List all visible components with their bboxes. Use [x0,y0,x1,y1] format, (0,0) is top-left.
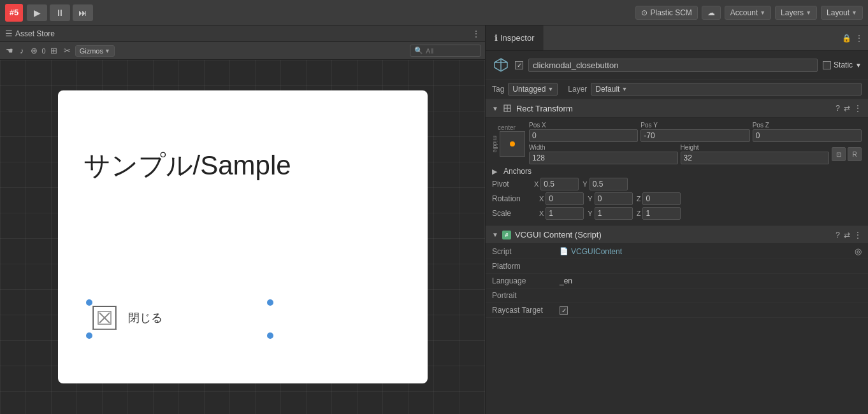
plastic-icon: ⊙ [641,8,647,17]
rect-transform-title: Rect Transform [516,104,832,113]
rot-z-input[interactable] [642,192,681,205]
script-link[interactable]: VCGUIContent [571,247,622,256]
scale-label: Scale [492,209,537,218]
tools-icon[interactable]: ✂ [62,46,73,55]
vcgui-help-icon[interactable]: ? [835,231,840,239]
scale-z-input[interactable] [642,207,681,220]
pos-z-label: Pos Z [753,122,862,129]
plastic-scm-button[interactable]: ⊙ Plastic SCM [635,6,697,20]
hand-icon[interactable]: ☚ [4,46,15,55]
play-button[interactable]: ▶ [27,4,47,21]
tag-chevron-icon: ▼ [547,86,553,92]
tag-dropdown[interactable]: Untagged ▼ [508,83,558,96]
language-row: Language _en [486,274,868,289]
scene-search[interactable]: 🔍 [410,45,481,57]
layer-dropdown[interactable]: Default ▼ [591,83,862,96]
constrain-btn[interactable]: ⊡ [832,147,846,161]
layer-chevron-icon: ▼ [621,86,627,92]
pos-y-label: Pos Y [640,122,749,129]
scale-x-input[interactable] [546,207,584,220]
raycast-label: Raycast Target [492,306,556,315]
width-input[interactable] [529,152,678,164]
height-label: Height [681,144,830,151]
account-label: Account [730,8,758,17]
reset-btn[interactable]: R [848,147,862,161]
rot-y-field: Y [588,192,632,205]
rot-y-input[interactable] [595,192,633,205]
pos-y-input[interactable] [640,129,749,142]
scale-z-field: Z [637,207,681,220]
target-icon[interactable]: ◎ [855,246,862,256]
rot-z-label: Z [637,195,641,203]
cloud-button[interactable]: ☁ [702,6,721,20]
pos-fields-group: Pos X Pos Y Pos Z [529,122,862,164]
rect-settings-icon[interactable]: ⇄ [844,104,850,113]
x-icon [98,311,112,325]
vcgui-arrow-icon: ▼ [492,231,498,238]
account-dropdown[interactable]: Account ▼ [725,6,771,20]
width-label: Width [529,144,678,151]
pos-z-input[interactable] [753,129,862,142]
scene-toolbar: ☚ ♪ ⊕ 0 ⊞ ✂ Gizmos ▼ 🔍 [0,42,485,60]
static-dropdown-icon[interactable]: ▼ [855,62,862,69]
inspector-menu-icon[interactable]: ⋮ [855,34,863,43]
rect-transform-actions: ? ⇄ ⋮ [835,104,862,113]
center-label: center [498,124,516,131]
step-button[interactable]: ⏭ [73,4,93,21]
asset-store-label: Asset Store [15,29,55,38]
rect-help-icon[interactable]: ? [835,104,840,113]
pivot-x-label: X [534,180,539,188]
vcgui-settings-icon[interactable]: ⇄ [844,231,850,239]
grid-icon[interactable]: ⊞ [48,46,59,55]
portrait-row: Portrait [486,289,868,303]
scale-y-label: Y [588,210,592,217]
vcgui-menu-icon[interactable]: ⋮ [854,231,862,239]
asset-store-menu-icon[interactable]: ⋮ [472,29,480,38]
platform-row: Platform [486,259,868,274]
pivot-fields: X Y [534,178,628,190]
static-checkbox[interactable] [823,61,831,69]
layers-chevron-icon: ▼ [806,10,811,16]
language-value: _en [560,276,572,285]
anchors-row: ▶ Anchors [492,167,862,176]
pivot-label: Pivot [492,180,530,189]
gizmos-dropdown[interactable]: Gizmos ▼ [75,45,115,57]
info-icon: ℹ [495,33,498,43]
search-input[interactable] [426,47,477,55]
rect-menu-icon[interactable]: ⋮ [854,104,862,113]
rot-x-input[interactable] [546,192,584,205]
vcgui-section-header[interactable]: ▼ # VCGUI Content (Script) ? ⇄ ⋮ [486,226,868,244]
pivot-x-input[interactable] [540,178,579,190]
layers-dropdown[interactable]: Layers ▼ [775,6,817,20]
pause-button[interactable]: ⏸ [50,4,70,21]
audio-icon[interactable]: ♪ [18,46,26,55]
top-bar-right: ⊙ Plastic SCM ☁ Account ▼ Layers ▼ Layou… [635,6,863,20]
script-value: 📄 VCGUIContent [560,247,851,256]
inspector-tab-label: Inspector [500,33,534,43]
rect-transform-header[interactable]: ▼ Rect Transform ? ⇄ ⋮ [486,99,868,118]
close-button-area: 閉じる [90,303,165,332]
object-name-input[interactable] [528,59,818,72]
layout-dropdown[interactable]: Layout ▼ [821,6,863,20]
rot-z-field: Z [637,192,681,205]
anchors-arrow-icon: ▶ [492,168,497,176]
object-enabled-checkbox[interactable] [515,61,523,69]
inspector-tab[interactable]: ℹ Inspector [486,25,544,50]
layout-label: Layout [827,8,850,17]
vcgui-script-icon: # [502,231,511,239]
pivot-y-label: Y [582,180,587,188]
pivot-y-field: Y [582,178,627,190]
pivot-y-input[interactable] [590,178,628,190]
move-icon[interactable]: ⊕ [29,46,40,55]
lock-icon[interactable]: 🔒 [842,34,851,43]
asset-store-bar: ☰ Asset Store ⋮ [0,25,485,42]
inspector-tabs: ℹ Inspector 🔒 ⋮ [486,25,868,51]
scene-content: サンプル/Sample [0,60,485,414]
height-input[interactable] [681,152,830,164]
pos-x-input[interactable] [529,129,638,142]
raycast-row: Raycast Target [486,303,868,318]
raycast-checkbox[interactable] [560,306,568,315]
svg-rect-2 [98,311,111,324]
vcgui-title: VCGUI Content (Script) [515,230,832,239]
scale-y-input[interactable] [595,207,633,220]
